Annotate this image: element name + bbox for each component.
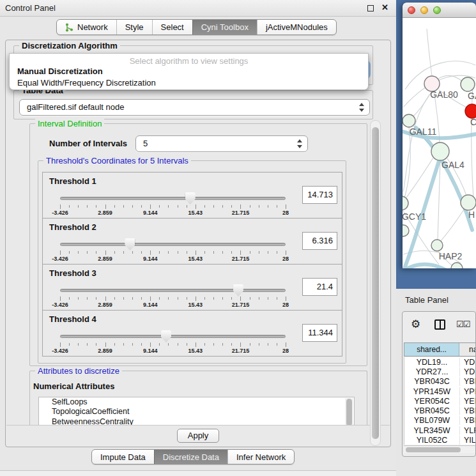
list-scrollbar-thumb[interactable] bbox=[346, 399, 352, 426]
threshold-value-field[interactable]: 11.344 bbox=[302, 324, 337, 342]
gear-icon[interactable]: ⚙ bbox=[411, 318, 420, 331]
shared-name-cell[interactable]: YER054C bbox=[404, 397, 459, 406]
table-row[interactable]: YDL19...YDL1 bbox=[404, 357, 476, 367]
tick-label: 15.43 bbox=[188, 256, 203, 262]
network-node-bottom-partial[interactable] bbox=[451, 263, 463, 268]
network-canvas[interactable]: GAL80 GA C GAL11 GAL4 GCY1 H HAP2 bbox=[403, 18, 476, 268]
panel-scrollbar-thumb[interactable] bbox=[372, 127, 379, 439]
list-scrollbar[interactable] bbox=[345, 398, 353, 427]
tick-mark bbox=[123, 251, 124, 254]
tab-jactivemnodules[interactable]: jActiveMNodules bbox=[257, 20, 336, 35]
table-row[interactable]: YBL079WYBL0 bbox=[404, 416, 476, 426]
shared-name-cell[interactable]: YBR043C bbox=[404, 377, 459, 386]
tick-mark bbox=[123, 343, 124, 346]
name-cell[interactable]: YIL0 bbox=[459, 436, 476, 445]
network-node-hap2[interactable] bbox=[431, 240, 443, 251]
columns-icon[interactable] bbox=[434, 319, 445, 330]
tab-label: jActiveMNodules bbox=[266, 22, 328, 32]
svg-text:GCY1: GCY1 bbox=[403, 211, 426, 222]
tab-network[interactable]: Network bbox=[57, 20, 116, 35]
tick-mark bbox=[231, 343, 232, 346]
threshold-slider[interactable]: -3.4262.8599.14415.4321.71528 bbox=[60, 332, 286, 355]
table-row[interactable]: YDR27...YDR2 bbox=[404, 367, 476, 376]
slider-track[interactable] bbox=[60, 289, 286, 292]
table-row[interactable]: YBR045CYBR0 bbox=[404, 406, 476, 415]
tick-mark bbox=[213, 343, 214, 346]
network-node-gal11[interactable] bbox=[403, 114, 415, 127]
algorithm-option-manual-discretization[interactable]: Manual Discretization bbox=[10, 66, 368, 77]
threshold-value-field[interactable]: 14.713 bbox=[302, 186, 337, 204]
slider-track[interactable] bbox=[60, 197, 286, 200]
name-cell[interactable]: YBL0 bbox=[459, 416, 476, 425]
slider-handle[interactable] bbox=[125, 238, 135, 250]
threshold-slider[interactable]: -3.4262.8599.14415.4321.71528 bbox=[60, 240, 286, 263]
table-hscrollbar-thumb[interactable] bbox=[406, 447, 461, 452]
close-traffic-light-icon[interactable] bbox=[408, 6, 415, 14]
slider-handle[interactable] bbox=[185, 192, 196, 204]
table-row[interactable]: YPR145WYPR1 bbox=[404, 387, 476, 396]
shared-name-cell[interactable]: YLR345W bbox=[404, 426, 459, 435]
tick-mark bbox=[105, 342, 106, 347]
tab-select[interactable]: Select bbox=[152, 20, 192, 35]
shared-name-cell[interactable]: YIL052C bbox=[404, 436, 459, 445]
table-row[interactable]: YIL052CYIL0 bbox=[404, 435, 476, 445]
shared-name-cell[interactable]: YBL079W bbox=[404, 416, 459, 425]
name-cell[interactable]: YBR0 bbox=[459, 377, 476, 386]
bottom-tab-impute-data[interactable]: Impute Data bbox=[92, 450, 154, 464]
slider-handle[interactable] bbox=[161, 330, 171, 342]
name-cell[interactable]: YER0 bbox=[459, 397, 476, 406]
network-node-partial-top[interactable] bbox=[461, 77, 475, 91]
combo-arrows-icon bbox=[296, 139, 302, 149]
slider-ticks bbox=[60, 342, 286, 348]
float-window-icon[interactable] bbox=[367, 5, 374, 12]
slider-track[interactable] bbox=[60, 243, 286, 246]
threshold-slider[interactable]: -3.4262.8599.14415.4321.71528 bbox=[60, 194, 286, 217]
tick-mark bbox=[286, 204, 286, 209]
name-cell[interactable]: YLR3 bbox=[459, 426, 476, 435]
numerical-attributes-list[interactable]: SelfLoopsTopologicalCoefficientBetweenne… bbox=[38, 397, 355, 427]
column-header-shared-name[interactable]: shared... bbox=[404, 343, 459, 356]
shared-name-cell[interactable]: YDL19... bbox=[404, 358, 459, 367]
table-data-combo[interactable]: galFiltered.sif default node bbox=[19, 99, 370, 116]
table-row[interactable]: YLR345WYLR3 bbox=[404, 426, 476, 435]
minimize-traffic-light-icon[interactable] bbox=[420, 6, 428, 14]
bottom-tab-infer-network[interactable]: Infer Network bbox=[227, 450, 294, 464]
interval-definition-group-title: Interval Definition bbox=[35, 119, 104, 128]
network-node-gcy1[interactable] bbox=[403, 196, 408, 210]
column-header-name[interactable]: na bbox=[459, 343, 475, 356]
algorithm-option-equal-width-frequency-discretization[interactable]: Equal Width/Frequency Discretization bbox=[10, 77, 368, 89]
slider-handle[interactable] bbox=[233, 284, 243, 296]
table-horizontal-scrollbar[interactable] bbox=[404, 445, 476, 453]
shared-name-cell[interactable]: YBR045C bbox=[404, 406, 459, 415]
shared-name-cell[interactable]: YDR27... bbox=[404, 367, 459, 376]
threshold-value-field[interactable]: 21.4 bbox=[302, 278, 337, 296]
slider-ticks bbox=[60, 296, 286, 302]
bottom-tab-discretize-data[interactable]: Discretize Data bbox=[154, 450, 227, 464]
network-node-gal4[interactable] bbox=[431, 142, 449, 160]
tick-mark bbox=[187, 251, 187, 254]
attribute-list-item[interactable]: SelfLoops bbox=[39, 397, 354, 407]
slider-track[interactable] bbox=[60, 335, 286, 338]
table-row[interactable]: YER054CYER0 bbox=[404, 396, 476, 406]
close-icon[interactable]: ✕ bbox=[381, 3, 388, 12]
network-node-selected-red[interactable] bbox=[465, 104, 476, 118]
threshold-slider[interactable]: -3.4262.8599.14415.4321.71528 bbox=[60, 286, 286, 309]
attribute-list-item[interactable]: TopologicalCoefficient bbox=[39, 407, 354, 417]
tab-style[interactable]: Style bbox=[116, 20, 152, 35]
threshold-value-field[interactable]: 6.316 bbox=[302, 232, 337, 250]
name-cell[interactable]: YPR1 bbox=[459, 387, 476, 396]
name-cell[interactable]: YDL1 bbox=[459, 358, 476, 367]
table-row[interactable]: YBR043CYBR0 bbox=[404, 377, 476, 387]
name-cell[interactable]: YBR0 bbox=[459, 406, 476, 415]
name-cell[interactable]: YDR2 bbox=[459, 367, 476, 376]
shared-name-cell[interactable]: YPR145W bbox=[404, 387, 459, 396]
tick-mark bbox=[69, 251, 70, 254]
number-of-intervals-combo[interactable]: 5 bbox=[135, 135, 308, 152]
tab-cyni-toolbox[interactable]: Cyni Toolbox bbox=[192, 20, 257, 35]
apply-button[interactable]: Apply bbox=[177, 429, 219, 443]
panel-vertical-scrollbar[interactable] bbox=[370, 120, 381, 446]
zoom-traffic-light-icon[interactable] bbox=[433, 6, 441, 14]
network-node-partial-low[interactable] bbox=[461, 195, 476, 210]
select-columns-checkboxes-icon[interactable]: ☑☑ bbox=[456, 319, 470, 329]
network-node-left-small[interactable] bbox=[403, 225, 409, 236]
